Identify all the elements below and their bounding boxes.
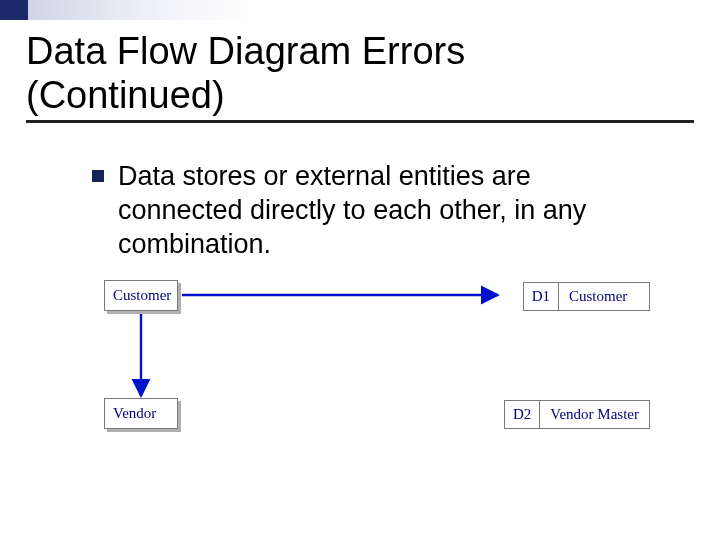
datastore-id: D1	[524, 283, 559, 310]
datastore-id: D2	[505, 401, 540, 428]
datastore-label: Vendor Master	[540, 401, 649, 428]
datastore-vendor-master: D2 Vendor Master	[504, 400, 650, 429]
title-underline	[26, 120, 694, 123]
datastore-customer: D1 Customer	[523, 282, 650, 311]
accent-square-icon	[16, 0, 26, 10]
bullet-item: Data stores or external entities are con…	[92, 160, 652, 261]
slide-accent-bar	[0, 0, 720, 20]
datastore-label: Customer	[559, 283, 649, 310]
entity-label: Vendor	[113, 405, 156, 421]
entity-customer: Customer	[104, 280, 178, 311]
slide-title: Data Flow Diagram Errors (Continued)	[26, 30, 465, 117]
entity-label: Customer	[113, 287, 171, 303]
square-bullet-icon	[92, 170, 104, 182]
entity-vendor: Vendor	[104, 398, 178, 429]
bullet-text: Data stores or external entities are con…	[118, 160, 652, 261]
dfd-diagram: Customer Vendor D1 Customer D2 Vendor Ma…	[100, 280, 660, 480]
accent-square-icon	[0, 0, 16, 16]
